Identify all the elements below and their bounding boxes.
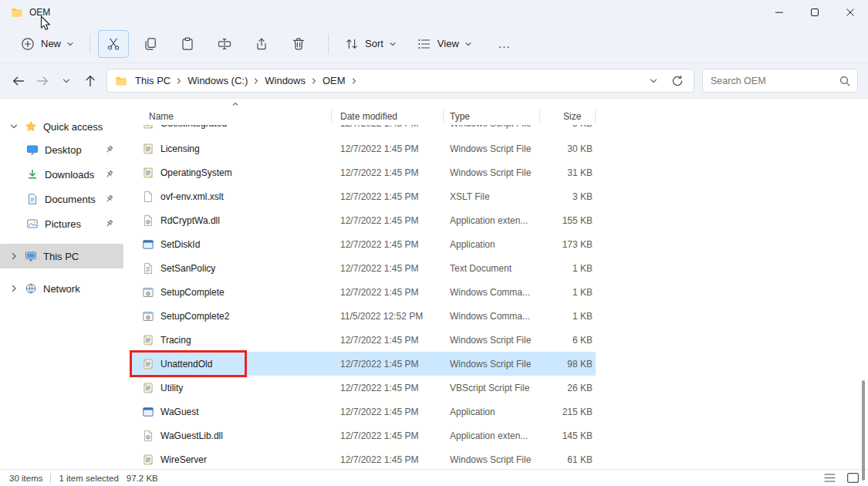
breadcrumb-item[interactable]: This PC [132,73,174,88]
file-row[interactable]: WireServer12/7/2022 1:45 PMWindows Scrip… [130,447,596,471]
chevron-down-icon[interactable] [9,122,19,131]
rename-button[interactable] [209,30,240,58]
file-type: Windows Script File [444,454,540,465]
file-row[interactable]: OperatingSystem12/7/2022 1:45 PMWindows … [130,160,596,184]
chevron-down-icon[interactable] [649,76,658,86]
file-row[interactable]: Utility12/7/2022 1:45 PMVBScript Script … [130,376,596,400]
column-header-name[interactable]: Name [130,108,332,125]
copy-icon [143,36,158,52]
breadcrumb[interactable]: This PCWindows (C:)WindowsOEM [106,69,694,93]
star-icon [25,120,37,133]
file-date-modified: 12/7/2022 1:45 PM [332,454,444,465]
file-type: Application exten... [444,215,540,226]
file-name-cell: SetDiskId [130,238,332,251]
file-row[interactable]: RdCryptWa.dll12/7/2022 1:45 PMApplicatio… [130,208,596,232]
vertical-scrollbar[interactable] [862,380,865,481]
file-size: 215 KB [540,407,596,417]
copy-button[interactable] [135,30,166,58]
script-file-icon [142,334,154,346]
column-header-date-modified[interactable]: Date modified [332,108,444,125]
ellipsis-icon: ... [498,37,511,50]
back-button[interactable] [6,69,30,93]
cut-button[interactable] [98,30,129,58]
file-row[interactable]: SetupComplete12/7/2022 1:45 PMWindows Co… [130,280,596,304]
details-view-button[interactable] [820,471,839,485]
column-header-type[interactable]: Type [444,108,540,125]
new-button[interactable]: New [12,30,82,58]
sidebar-item-label: Documents [45,194,96,205]
file-date-modified: 12/7/2022 1:45 PM [332,125,444,129]
up-button[interactable] [78,69,102,93]
breadcrumb-separator-icon [174,77,184,85]
list-lines-icon [417,36,432,52]
breadcrumb-item[interactable]: Windows (C:) [184,73,251,88]
more-options-button[interactable]: ... [491,30,518,58]
file-date-modified: 11/5/2022 12:52 PM [332,311,444,322]
main-area: Quick access DesktopDownloadsDocumentsPi… [0,99,868,469]
sidebar-item-quick-access[interactable]: Quick access [0,116,123,137]
chevron-down-icon [464,40,472,48]
breadcrumb-item[interactable]: OEM [319,73,349,88]
file-row[interactable]: WaGuest12/7/2022 1:45 PMApplication215 K… [130,400,596,424]
search-input[interactable] [711,76,839,86]
close-button[interactable] [833,0,868,25]
file-size: 31 KB [540,167,596,178]
large-icons-view-button[interactable] [843,471,862,485]
search-icon[interactable] [839,75,851,87]
view-button[interactable]: View [409,30,480,58]
file-row[interactable]: ovf-env.xml.xslt12/7/2022 1:45 PMXSLT Fi… [130,184,596,208]
file-rows: GuestIntegrated12/7/2022 1:45 PMWindows … [130,125,596,471]
file-date-modified: 12/7/2022 1:45 PM [332,430,444,441]
dll-file-icon [142,430,154,442]
file-row[interactable]: SetDiskId12/7/2022 1:45 PMApplication173… [130,232,596,256]
file-type: Windows Script File [444,359,540,370]
forward-button[interactable] [30,69,54,93]
file-explorer-window: { "window": { "title": "OEM" }, "toolbar… [0,0,868,486]
column-header-size[interactable]: Size [540,108,596,125]
sidebar-item-documents[interactable]: Documents [0,187,123,211]
file-name: SetupComplete [160,287,225,298]
file-name: SetSanPolicy [160,263,215,274]
file-name-cell: Utility [130,382,332,394]
cmd-file-icon [142,286,154,299]
sidebar-item-this-pc[interactable]: This PC [0,244,123,268]
sidebar-item-network[interactable]: Network [0,276,123,301]
desktop-icon [26,143,39,156]
file-date-modified: 12/7/2022 1:45 PM [332,191,444,202]
pin-icon [104,194,114,204]
file-name: RdCryptWa.dll [160,215,220,226]
file-row[interactable]: Tracing12/7/2022 1:45 PMWindows Script F… [130,328,596,352]
chevron-right-icon[interactable] [9,284,19,293]
file-row[interactable]: Licensing12/7/2022 1:45 PMWindows Script… [130,137,596,160]
chevron-down-icon [66,40,74,48]
sidebar-item-desktop[interactable]: Desktop [0,137,123,162]
file-row[interactable]: GuestIntegrated12/7/2022 1:45 PMWindows … [130,125,596,137]
search-box[interactable] [702,69,858,93]
breadcrumb-item[interactable]: Windows [262,73,309,88]
share-icon [254,36,269,52]
file-name-cell: WaGuestLib.dll [130,430,332,442]
file-type: Application exten... [444,430,540,441]
delete-button[interactable] [283,30,314,58]
minimize-button[interactable] [762,0,797,25]
paste-button[interactable] [172,30,203,58]
share-button[interactable] [246,30,277,58]
file-row[interactable]: WaGuestLib.dll12/7/2022 1:45 PMApplicati… [130,424,596,447]
minimize-icon [775,8,784,17]
file-name: SetupComplete2 [160,311,229,322]
file-row[interactable]: SetSanPolicy12/7/2022 1:45 PMText Docume… [130,256,596,280]
file-row[interactable]: SetupComplete211/5/2022 12:52 PMWindows … [130,304,596,328]
command-bar: New Sort View ... [0,25,868,63]
sort-button[interactable]: Sort [336,30,404,58]
file-row[interactable]: UnattendOld12/7/2022 1:45 PMWindows Scri… [130,352,596,376]
file-name-cell: Licensing [130,143,332,155]
toolbar-divider [90,34,90,54]
recent-locations-button[interactable] [54,69,78,93]
column-headers: Name Date modified Type Size [130,108,596,125]
sidebar-item-pictures[interactable]: Pictures [0,211,123,236]
file-type: Windows Comma... [444,287,540,298]
sidebar-item-downloads[interactable]: Downloads [0,162,123,187]
refresh-icon[interactable] [670,74,684,88]
chevron-right-icon[interactable] [9,251,19,261]
maximize-button[interactable] [797,0,833,25]
